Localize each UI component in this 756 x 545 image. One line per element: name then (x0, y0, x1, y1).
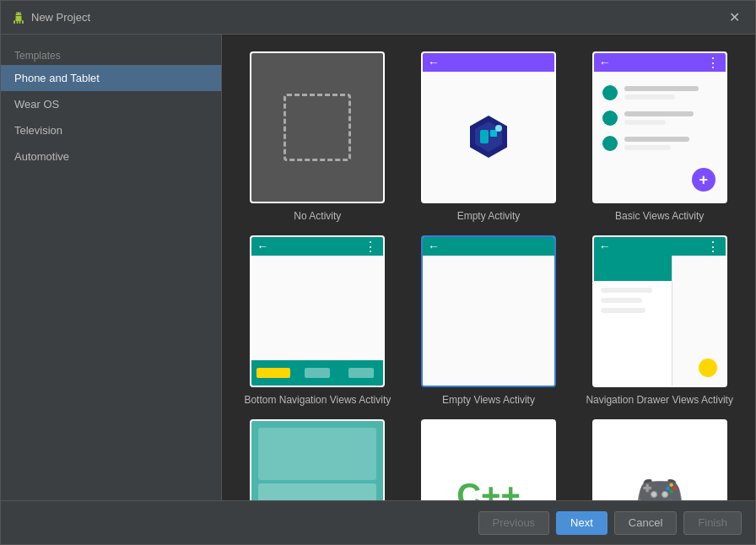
basic-views-body: + (594, 72, 726, 202)
finish-button[interactable]: Finish (683, 511, 742, 535)
bottom-nav-item-1 (251, 360, 295, 386)
template-label-empty-activity: Empty Activity (457, 210, 521, 222)
dialog-title: New Project (31, 11, 90, 24)
next-button[interactable]: Next (556, 511, 608, 535)
template-bottom-nav[interactable]: ← ⋮ (239, 235, 397, 406)
empty-activity-body (423, 72, 554, 202)
bottom-nav-item-3 (339, 360, 383, 386)
title-bar-left: New Project (13, 11, 90, 24)
template-label-bottom-nav: Bottom Navigation Views Activity (244, 394, 391, 406)
sidebar-item-automotive[interactable]: Automotive (1, 143, 221, 170)
back-arrow-emptyviews-icon: ← (428, 240, 440, 253)
template-thumb-game-activity (250, 419, 385, 500)
sidebar: Templates Phone and Tablet Wear OS Telev… (1, 35, 222, 500)
template-thumb-basic-views: ← ⋮ (592, 51, 727, 203)
template-basic-views[interactable]: ← ⋮ (580, 51, 738, 222)
template-label-no-activity: No Activity (294, 210, 341, 222)
back-arrow-bottomnav-icon: ← (256, 240, 268, 253)
fab-plus-icon: + (692, 168, 716, 192)
svg-rect-2 (480, 130, 489, 143)
dialog-content: Templates Phone and Tablet Wear OS Telev… (1, 35, 755, 500)
gamepad-icon: 🎮 (634, 472, 685, 500)
sidebar-category: Templates (1, 43, 221, 65)
template-label-empty-views: Empty Views Activity (442, 394, 535, 406)
template-thumb-empty-activity: ← (421, 51, 556, 203)
template-grid: No Activity ← (222, 35, 755, 500)
sidebar-item-phone-tablet[interactable]: Phone and Tablet (1, 65, 221, 91)
fab-yellow-icon (699, 359, 717, 377)
template-gamepad[interactable]: 🎮 Native Game Activity (580, 419, 738, 500)
template-empty-activity[interactable]: ← (410, 51, 568, 222)
new-project-dialog: New Project ✕ Templates Phone and Tablet… (0, 0, 756, 545)
template-thumb-bottom-nav: ← ⋮ (250, 235, 385, 387)
template-label-basic-views: Basic Views Activity (615, 210, 704, 222)
previous-button[interactable]: Previous (478, 511, 550, 535)
template-label-nav-drawer: Navigation Drawer Views Activity (586, 394, 733, 406)
bottom-nav-body (251, 256, 383, 386)
drawer-panel (594, 256, 673, 386)
topbar-teal-emptyviews: ← (423, 237, 554, 256)
back-arrow-icon: ← (428, 56, 440, 69)
svg-point-4 (495, 125, 502, 132)
dialog-footer: Previous Next Cancel Finish (1, 500, 755, 544)
template-thumb-native-cpp: C++ (421, 419, 556, 500)
main-content: No Activity ← (222, 35, 755, 500)
android-icon (13, 12, 24, 24)
drawer-header (594, 256, 672, 281)
template-thumb-empty-views: ← (421, 235, 556, 387)
overflow-bottomnav-icon: ⋮ (364, 239, 378, 255)
game-activity-visual (251, 421, 383, 500)
close-button[interactable]: ✕ (726, 9, 743, 26)
template-no-activity[interactable]: No Activity (239, 51, 397, 222)
back-arrow-navdrawer-icon: ← (599, 240, 611, 253)
title-bar: New Project ✕ (1, 1, 755, 35)
app-icon (463, 111, 514, 162)
topbar-teal-bottomnav: ← ⋮ (251, 237, 383, 256)
cpp-visual: C++ (423, 421, 554, 500)
sidebar-item-television[interactable]: Television (1, 117, 221, 143)
topbar-teal-navdrawer: ← ⋮ (594, 237, 726, 256)
template-empty-views[interactable]: ← Empty Views Activity (410, 235, 568, 406)
sidebar-item-wear-os[interactable]: Wear OS (1, 91, 221, 117)
gamepad-visual: 🎮 (594, 421, 726, 500)
overflow-navdrawer-icon: ⋮ (706, 239, 721, 255)
template-game-activity[interactable]: Game Activity (239, 419, 397, 500)
topbar-purple: ← (423, 53, 554, 72)
template-thumb-gamepad: 🎮 (592, 419, 727, 500)
template-native-cpp[interactable]: C++ Native C++ (410, 419, 568, 500)
template-thumb-no-activity (250, 51, 385, 203)
cpp-label: C++ (456, 477, 521, 501)
dashed-rect-icon (284, 94, 351, 161)
empty-views-body (423, 256, 554, 386)
back-arrow-basic-icon: ← (599, 56, 611, 69)
bottom-nav-item-2 (295, 360, 339, 386)
svg-rect-3 (490, 130, 497, 137)
nav-drawer-body (594, 256, 726, 386)
topbar-purple-basic: ← ⋮ (594, 53, 726, 72)
overflow-icon: ⋮ (706, 55, 721, 71)
template-thumb-nav-drawer: ← ⋮ (592, 235, 727, 387)
bottom-nav-bar (251, 360, 383, 386)
cancel-button[interactable]: Cancel (614, 511, 677, 535)
template-nav-drawer[interactable]: ← ⋮ (580, 235, 738, 406)
